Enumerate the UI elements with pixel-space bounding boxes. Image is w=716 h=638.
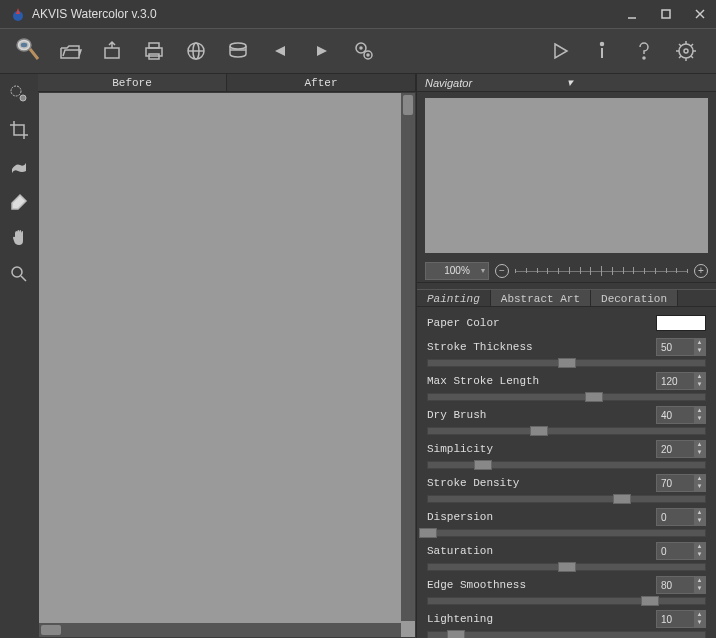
svg-line-31 <box>679 56 681 58</box>
zoom-in-icon[interactable]: + <box>694 264 708 278</box>
param-slider[interactable] <box>427 563 706 571</box>
param-strokeDensity: Stroke Density70▲▼ <box>427 473 706 503</box>
param-value-input[interactable]: 50▲▼ <box>656 338 706 356</box>
brush-tool-icon[interactable] <box>8 31 48 71</box>
param-lightening: Lightening10▲▼ <box>427 609 706 638</box>
step-down-icon[interactable]: ▼ <box>693 517 705 525</box>
presets-icon[interactable] <box>218 31 258 71</box>
zoom-out-icon[interactable]: − <box>495 264 509 278</box>
step-down-icon[interactable]: ▼ <box>693 347 705 355</box>
canvas-vscrollbar[interactable] <box>401 93 415 621</box>
step-up-icon[interactable]: ▲ <box>693 611 705 619</box>
svg-line-30 <box>691 44 693 46</box>
tab-decoration[interactable]: Decoration <box>591 290 678 306</box>
param-dryBrush: Dry Brush40▲▼ <box>427 405 706 435</box>
save-file-icon[interactable] <box>92 31 132 71</box>
param-value-input[interactable]: 70▲▼ <box>656 474 706 492</box>
tab-abstract-art[interactable]: Abstract Art <box>491 290 591 306</box>
info-icon[interactable] <box>582 31 622 71</box>
svg-point-17 <box>360 47 362 49</box>
step-up-icon[interactable]: ▲ <box>693 475 705 483</box>
step-up-icon[interactable]: ▲ <box>693 577 705 585</box>
close-button[interactable] <box>688 2 712 26</box>
svg-point-22 <box>679 44 693 58</box>
svg-point-19 <box>601 43 604 46</box>
settings-icon[interactable] <box>666 31 706 71</box>
svg-point-21 <box>643 57 645 59</box>
step-up-icon[interactable]: ▲ <box>693 407 705 415</box>
canvas-area[interactable] <box>39 93 415 637</box>
crop-tool-icon[interactable] <box>5 116 33 144</box>
run-icon[interactable] <box>540 31 580 71</box>
step-down-icon[interactable]: ▼ <box>693 619 705 627</box>
param-maxStrokeLength: Max Stroke Length120▲▼ <box>427 371 706 401</box>
navigator-canvas[interactable] <box>425 98 708 253</box>
param-dispersion: Dispersion0▲▼ <box>427 507 706 537</box>
zoom-slider[interactable] <box>515 264 688 278</box>
zoom-select[interactable]: 100% <box>425 262 489 280</box>
param-value-input[interactable]: 20▲▼ <box>656 440 706 458</box>
web-share-icon[interactable] <box>176 31 216 71</box>
maximize-button[interactable] <box>654 2 678 26</box>
canvas-hscrollbar[interactable] <box>39 623 401 637</box>
svg-point-33 <box>20 95 26 101</box>
param-slider[interactable] <box>427 427 706 435</box>
step-down-icon[interactable]: ▼ <box>693 585 705 593</box>
step-down-icon[interactable]: ▼ <box>693 551 705 559</box>
zoom-tool-icon[interactable] <box>5 260 33 288</box>
step-down-icon[interactable]: ▼ <box>693 381 705 389</box>
navigator-label: Navigator <box>425 77 567 89</box>
step-up-icon[interactable]: ▲ <box>693 441 705 449</box>
param-value-input[interactable]: 80▲▼ <box>656 576 706 594</box>
param-slider[interactable] <box>427 529 706 537</box>
step-up-icon[interactable]: ▲ <box>693 543 705 551</box>
step-up-icon[interactable]: ▲ <box>693 339 705 347</box>
tab-after[interactable]: After <box>227 74 416 91</box>
params-panel: Paper ColorStroke Thickness50▲▼Max Strok… <box>417 307 716 638</box>
param-value-input[interactable]: 40▲▼ <box>656 406 706 424</box>
eraser-tool-icon[interactable] <box>5 188 33 216</box>
open-file-icon[interactable] <box>50 31 90 71</box>
help-icon[interactable] <box>624 31 664 71</box>
navigator-header[interactable]: Navigator ▾ <box>417 74 716 92</box>
paper-color-swatch[interactable] <box>656 315 706 331</box>
batch-settings-icon[interactable] <box>344 31 384 71</box>
param-slider[interactable] <box>427 461 706 469</box>
chevron-down-icon: ▾ <box>567 76 709 89</box>
step-down-icon[interactable]: ▼ <box>693 449 705 457</box>
undo-icon[interactable] <box>260 31 300 71</box>
preview-tool-icon[interactable] <box>5 80 33 108</box>
param-slider[interactable] <box>427 597 706 605</box>
svg-point-23 <box>684 49 688 53</box>
param-slider[interactable] <box>427 631 706 638</box>
step-down-icon[interactable]: ▼ <box>693 483 705 491</box>
title-bar: AKVIS Watercolor v.3.0 <box>0 0 716 28</box>
param-label: Dispersion <box>427 511 656 523</box>
svg-line-29 <box>691 56 693 58</box>
smudge-tool-icon[interactable] <box>5 152 33 180</box>
tab-painting[interactable]: Painting <box>417 290 491 306</box>
param-slider[interactable] <box>427 359 706 367</box>
param-edgeSmoothness: Edge Smoothness80▲▼ <box>427 575 706 605</box>
print-icon[interactable] <box>134 31 174 71</box>
app-title: AKVIS Watercolor v.3.0 <box>32 7 610 21</box>
param-value-input[interactable]: 10▲▼ <box>656 610 706 628</box>
param-slider[interactable] <box>427 495 706 503</box>
hand-tool-icon[interactable] <box>5 224 33 252</box>
svg-point-18 <box>367 54 369 56</box>
param-strokeThickness: Stroke Thickness50▲▼ <box>427 337 706 367</box>
redo-icon[interactable] <box>302 31 342 71</box>
step-down-icon[interactable]: ▼ <box>693 415 705 423</box>
param-label: Dry Brush <box>427 409 656 421</box>
param-label: Simplicity <box>427 443 656 455</box>
param-slider[interactable] <box>427 393 706 401</box>
minimize-button[interactable] <box>620 2 644 26</box>
step-up-icon[interactable]: ▲ <box>693 509 705 517</box>
tab-before[interactable]: Before <box>38 74 227 91</box>
svg-point-32 <box>11 86 21 96</box>
param-value-input[interactable]: 0▲▼ <box>656 508 706 526</box>
param-value-input[interactable]: 0▲▼ <box>656 542 706 560</box>
step-up-icon[interactable]: ▲ <box>693 373 705 381</box>
param-value-input[interactable]: 120▲▼ <box>656 372 706 390</box>
param-label: Saturation <box>427 545 656 557</box>
